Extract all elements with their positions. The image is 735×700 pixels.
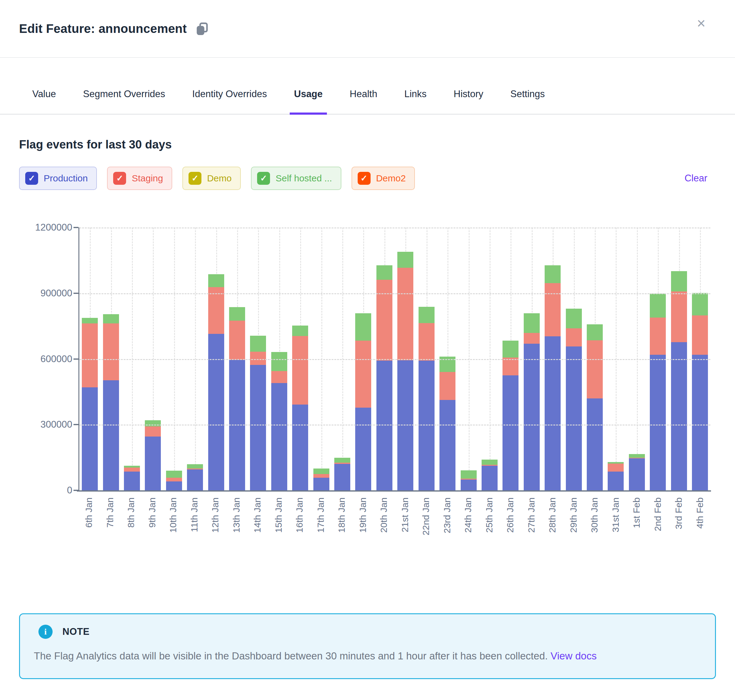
bar-8th-jan[interactable] — [124, 466, 140, 490]
note-title: NOTE — [62, 626, 90, 637]
tab-history[interactable]: History — [454, 88, 483, 114]
bar-segment-staging — [650, 318, 666, 355]
bar-26th-jan[interactable] — [502, 341, 518, 490]
checkbox-checked-icon[interactable]: ✓ — [189, 172, 202, 185]
x-axis-label: 29th Jan — [568, 497, 579, 533]
x-axis-label: 23rd Jan — [442, 497, 452, 533]
bar-segment-production — [166, 481, 182, 490]
tab-links[interactable]: Links — [404, 88, 427, 114]
bar-6th-jan[interactable] — [82, 318, 98, 490]
bar-segment-self-hosted — [650, 294, 666, 318]
bar-4th-feb[interactable] — [692, 293, 708, 490]
x-axis-label: 12th Jan — [210, 497, 221, 533]
tab-segment-overrides[interactable]: Segment Overrides — [83, 88, 165, 114]
tab-value[interactable]: Value — [32, 88, 56, 114]
bar-30th-jan[interactable] — [587, 324, 603, 490]
bar-1st-feb[interactable] — [629, 454, 645, 490]
legend-pill-production[interactable]: ✓Production — [19, 167, 97, 190]
bar-31st-jan[interactable] — [608, 462, 624, 490]
checkbox-checked-icon[interactable]: ✓ — [358, 172, 371, 185]
bar-9th-jan[interactable] — [145, 420, 161, 490]
bar-segment-production — [650, 355, 666, 490]
bar-segment-staging — [566, 328, 582, 347]
gridline — [80, 425, 710, 425]
clear-button[interactable]: Clear — [685, 173, 707, 184]
tab-settings[interactable]: Settings — [510, 88, 545, 114]
x-axis-label: 6th Jan — [84, 497, 94, 528]
y-axis-tick — [74, 293, 78, 294]
bar-3rd-feb[interactable] — [671, 271, 687, 490]
bar-20th-jan[interactable] — [376, 265, 392, 490]
note-text: The Flag Analytics data will be visible … — [34, 650, 551, 662]
bar-12th-jan[interactable] — [208, 274, 224, 490]
bar-16th-jan[interactable] — [292, 326, 308, 490]
bar-segment-self-hosted — [103, 314, 119, 324]
legend-pill-demo[interactable]: ✓Demo — [183, 167, 241, 190]
bar-segment-staging — [671, 291, 687, 342]
bar-segment-self-hosted — [334, 458, 350, 463]
bar-2nd-feb[interactable] — [650, 294, 666, 490]
bar-17th-jan[interactable] — [314, 469, 329, 490]
bar-segment-production — [692, 355, 708, 490]
bar-27th-jan[interactable] — [524, 313, 540, 490]
bar-segment-self-hosted — [166, 471, 182, 478]
x-axis-label: 1st Feb — [631, 497, 642, 528]
bar-segment-self-hosted — [461, 471, 477, 478]
bar-18th-jan[interactable] — [334, 458, 350, 490]
bar-segment-staging — [166, 478, 182, 481]
bar-7th-jan[interactable] — [103, 314, 119, 490]
y-axis-tick — [74, 424, 78, 425]
bar-segment-self-hosted — [355, 313, 371, 341]
bar-segment-self-hosted — [418, 307, 435, 323]
legend-label: Self hosted ... — [275, 173, 332, 184]
bar-28th-jan[interactable] — [545, 265, 561, 490]
bar-segment-staging — [545, 283, 561, 336]
y-axis-label: 1200000 — [17, 222, 72, 233]
bar-29th-jan[interactable] — [566, 309, 582, 490]
y-axis-tick — [74, 227, 78, 228]
x-axis-label: 8th Jan — [126, 497, 136, 528]
legend-pill-demo2[interactable]: ✓Demo2 — [352, 167, 415, 190]
bar-segment-self-hosted — [524, 313, 540, 333]
checkbox-checked-icon[interactable]: ✓ — [113, 172, 126, 185]
gridline — [80, 228, 710, 228]
tab-identity-overrides[interactable]: Identity Overrides — [192, 88, 267, 114]
bar-25th-jan[interactable] — [482, 460, 498, 490]
checkbox-checked-icon[interactable]: ✓ — [25, 172, 38, 185]
bar-22nd-jan[interactable] — [418, 307, 435, 490]
bar-segment-production — [461, 479, 477, 490]
environment-legend: ✓Production✓Staging✓Demo✓Self hosted ...… — [19, 167, 685, 190]
close-icon[interactable]: × — [697, 16, 706, 31]
tab-usage[interactable]: Usage — [294, 88, 323, 114]
bar-segment-staging — [502, 357, 518, 375]
bar-19th-jan[interactable] — [355, 313, 371, 490]
gridline — [80, 293, 710, 294]
bar-24th-jan[interactable] — [461, 471, 477, 490]
legend-pill-self-hosted[interactable]: ✓Self hosted ... — [251, 167, 341, 190]
bar-segment-production — [208, 334, 224, 490]
bar-segment-staging — [145, 426, 161, 437]
info-icon: i — [38, 625, 53, 639]
bar-segment-staging — [418, 323, 435, 360]
copy-icon[interactable] — [196, 22, 208, 35]
bar-23rd-jan[interactable] — [439, 357, 455, 490]
checkbox-checked-icon[interactable]: ✓ — [257, 172, 270, 185]
legend-pill-staging[interactable]: ✓Staging — [107, 167, 172, 190]
bar-15th-jan[interactable] — [271, 352, 287, 490]
bar-segment-self-hosted — [629, 454, 645, 457]
bar-segment-production — [482, 466, 498, 491]
bar-11th-jan[interactable] — [187, 464, 203, 490]
bar-segment-staging — [314, 474, 329, 478]
view-docs-link[interactable]: View docs — [551, 650, 597, 662]
bar-segment-self-hosted — [692, 293, 708, 315]
bar-segment-production — [314, 478, 329, 490]
x-axis-label: 30th Jan — [589, 497, 600, 533]
bar-segment-self-hosted — [502, 341, 518, 357]
modal-header: Edit Feature: announcement × — [0, 0, 735, 58]
bar-21st-jan[interactable] — [397, 252, 413, 490]
bar-10th-jan[interactable] — [166, 471, 182, 490]
bar-segment-production — [292, 404, 308, 490]
page-title: Edit Feature: announcement — [19, 22, 187, 36]
tab-health[interactable]: Health — [350, 88, 377, 114]
bar-13th-jan[interactable] — [229, 307, 245, 490]
